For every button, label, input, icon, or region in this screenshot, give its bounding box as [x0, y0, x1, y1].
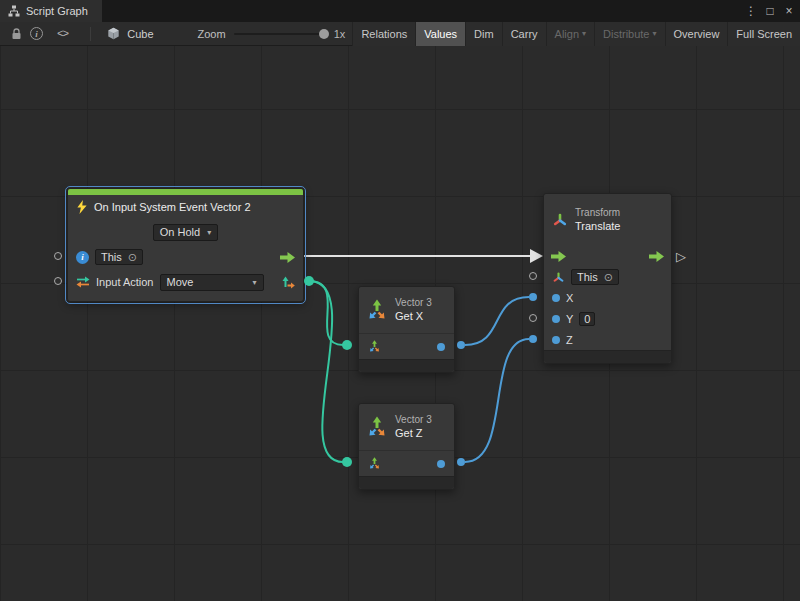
event-vector2-output-port[interactable] — [304, 276, 314, 286]
node-category: Vector 3 — [395, 296, 432, 309]
values-button[interactable]: Values — [415, 22, 465, 46]
unity-script-graph-window: Script Graph ⋮ □ × i <> Cube Zoom 1x Rel… — [0, 0, 800, 601]
translate-y-port[interactable] — [529, 314, 537, 322]
toolbar-divider — [90, 27, 91, 41]
translate-this-row: This ⊙ — [544, 266, 671, 288]
translate-this-value: This — [577, 271, 598, 283]
translate-this-field[interactable]: This ⊙ — [571, 269, 619, 285]
get-x-input-port[interactable] — [342, 340, 352, 350]
get-z-output-port[interactable] — [457, 458, 465, 466]
window-maximize-button[interactable]: □ — [762, 2, 778, 20]
flow-input-arrow-icon[interactable] — [551, 251, 566, 262]
node-footer — [544, 350, 671, 363]
x-output-dot[interactable] — [437, 343, 445, 351]
fullscreen-button[interactable]: Full Screen — [727, 22, 800, 46]
dim-button[interactable]: Dim — [465, 22, 502, 46]
x-port-label: X — [566, 292, 573, 304]
y-input-dot[interactable] — [552, 315, 560, 323]
event-node-title: On Input System Event Vector 2 — [94, 201, 251, 213]
graph-hierarchy-icon — [8, 5, 20, 17]
toolbar-toggle-group: Relations Values Dim Carry Align ▾ Distr… — [352, 22, 800, 46]
get-x-output-port[interactable] — [457, 341, 465, 349]
graph-canvas[interactable]: On Input System Event Vector 2 On Hold ▾… — [0, 46, 800, 601]
get-z-header: Vector 3 Get Z — [359, 404, 454, 450]
node-on-input-system-event[interactable]: On Input System Event Vector 2 On Hold ▾… — [67, 188, 304, 302]
overview-button[interactable]: Overview — [665, 22, 728, 46]
get-z-titles: Vector 3 Get Z — [395, 413, 432, 440]
get-x-header: Vector 3 Get X — [359, 287, 454, 333]
event-this-port[interactable] — [54, 252, 62, 260]
translate-titles: Transform Translate — [575, 206, 620, 233]
caret-down-icon: ▾ — [582, 29, 586, 38]
align-button[interactable]: Align ▾ — [546, 22, 594, 46]
vector3-icon — [366, 299, 388, 321]
input-action-dropdown[interactable]: Move ▾ — [160, 274, 264, 291]
node-title: Get Z — [395, 426, 432, 440]
graph-object-name: Cube — [127, 28, 153, 40]
vector2-output-icon[interactable] — [282, 276, 295, 289]
carry-button[interactable]: Carry — [502, 22, 546, 46]
z-output-dot[interactable] — [437, 460, 445, 468]
zoom-slider[interactable] — [234, 22, 329, 46]
relations-button[interactable]: Relations — [352, 22, 415, 46]
code-view-icon[interactable]: <> — [57, 28, 68, 40]
align-label: Align — [555, 28, 579, 40]
translate-x-row: X — [544, 288, 671, 308]
tab-title: Script Graph — [26, 5, 88, 17]
get-x-port-row — [359, 333, 454, 359]
translate-x-port[interactable] — [529, 293, 537, 301]
lock-icon[interactable] — [6, 22, 26, 46]
node-category: Transform — [575, 206, 620, 219]
caret-down-icon: ▾ — [207, 228, 211, 237]
caret-down-icon: ▾ — [252, 278, 256, 287]
get-z-input-port[interactable] — [342, 457, 352, 467]
y-value-field[interactable]: 0 — [579, 312, 595, 326]
window-titlebar: Script Graph ⋮ □ × — [0, 0, 800, 22]
event-this-row: i This ⊙ — [68, 245, 303, 269]
zoom-slider-track[interactable] — [234, 33, 329, 35]
tab-script-graph[interactable]: Script Graph — [0, 0, 102, 22]
titlebar-spacer — [102, 0, 743, 22]
zoom-slider-handle[interactable] — [319, 29, 329, 39]
object-picker-icon[interactable]: ⊙ — [128, 252, 137, 263]
get-z-port-row — [359, 450, 454, 476]
object-picker-icon[interactable]: ⊙ — [604, 272, 613, 283]
input-action-row: Input Action Move ▾ — [68, 269, 303, 295]
translate-flow-row — [544, 246, 671, 266]
node-get-z[interactable]: Vector 3 Get Z — [358, 403, 455, 490]
node-translate[interactable]: Transform Translate This ⊙ — [543, 193, 672, 364]
zoom-value: 1x — [334, 28, 346, 40]
event-action-port[interactable] — [54, 277, 62, 285]
window-menu-button[interactable]: ⋮ — [743, 2, 759, 20]
flow-continuation-icon: ▷ — [676, 250, 686, 263]
flow-output-arrow-icon[interactable] — [280, 252, 295, 263]
window-close-button[interactable]: × — [781, 2, 797, 20]
node-category: Vector 3 — [395, 413, 432, 426]
node-get-x[interactable]: Vector 3 Get X — [358, 286, 455, 373]
event-this-value: This — [101, 251, 122, 263]
x-input-dot[interactable] — [552, 294, 560, 302]
distribute-label: Distribute — [603, 28, 649, 40]
node-footer — [359, 359, 454, 372]
info-icon[interactable]: i — [30, 27, 43, 40]
cube-icon — [103, 22, 123, 46]
translate-z-port[interactable] — [529, 335, 537, 343]
get-x-titles: Vector 3 Get X — [395, 296, 432, 323]
event-node-header: On Input System Event Vector 2 — [68, 195, 303, 219]
z-input-dot[interactable] — [552, 336, 560, 344]
flow-output-arrow-icon[interactable] — [649, 251, 664, 262]
y-port-label: Y — [566, 313, 573, 325]
distribute-button[interactable]: Distribute ▾ — [594, 22, 664, 46]
graph-toolbar: i <> Cube Zoom 1x Relations Values Dim C… — [0, 22, 800, 46]
z-port-label: Z — [566, 334, 573, 346]
event-this-field[interactable]: This ⊙ — [95, 249, 143, 265]
translate-y-row: Y 0 — [544, 308, 671, 330]
transform-gizmo-icon — [552, 212, 568, 228]
node-title: Get X — [395, 309, 432, 323]
translate-header: Transform Translate — [544, 194, 671, 246]
vector3-icon — [366, 416, 388, 438]
event-mode-value: On Hold — [160, 226, 200, 238]
event-mode-row: On Hold ▾ — [68, 219, 303, 245]
event-mode-dropdown[interactable]: On Hold ▾ — [153, 224, 218, 241]
translate-this-port[interactable] — [529, 272, 537, 280]
